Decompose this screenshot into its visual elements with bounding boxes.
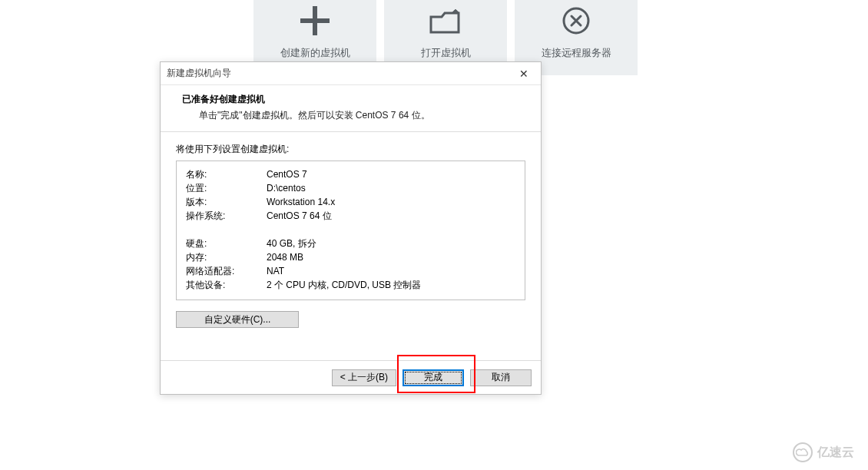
row-location-key: 位置:: [186, 181, 267, 195]
dialog-header-title: 已准备好创建虚拟机: [182, 93, 525, 106]
row-version: 版本:Workstation 14.x: [186, 195, 515, 209]
settings-summary-box: 名称:CentOS 7 位置:D:\centos 版本:Workstation …: [176, 161, 525, 300]
row-location-val: D:\centos: [267, 181, 515, 195]
row-version-val: Workstation 14.x: [267, 195, 515, 209]
tile-create-label: 创建新的虚拟机: [280, 46, 350, 60]
row-memory: 内存:2048 MB: [186, 250, 515, 264]
row-name-key: 名称:: [186, 167, 267, 181]
row-network: 网络适配器:NAT: [186, 264, 515, 278]
svg-rect-1: [300, 18, 330, 23]
watermark-text: 亿速云: [817, 445, 854, 461]
row-memory-key: 内存:: [186, 250, 267, 264]
row-disk: 硬盘:40 GB, 拆分: [186, 237, 515, 250]
dialog-titlebar: 新建虚拟机向导 ✕: [161, 62, 541, 85]
row-name-val: CentOS 7: [267, 167, 515, 181]
customize-hardware-button[interactable]: 自定义硬件(C)...: [176, 311, 299, 328]
row-disk-val: 40 GB, 拆分: [267, 237, 515, 250]
row-devices: 其他设备:2 个 CPU 内核, CD/DVD, USB 控制器: [186, 278, 515, 292]
settings-intro-label: 将使用下列设置创建虚拟机:: [161, 132, 541, 161]
new-vm-wizard-dialog: 新建虚拟机向导 ✕ 已准备好创建虚拟机 单击"完成"创建虚拟机。然后可以安装 C…: [160, 61, 542, 395]
dialog-footer: < 上一步(B) 完成 取消: [161, 360, 541, 394]
cancel-button[interactable]: 取消: [470, 369, 532, 386]
row-network-key: 网络适配器:: [186, 264, 267, 278]
tile-connect-label: 连接远程服务器: [542, 46, 611, 60]
close-icon[interactable]: ✕: [513, 65, 535, 82]
row-os: 操作系统:CentOS 7 64 位: [186, 209, 515, 223]
watermark: 亿速云: [793, 442, 854, 462]
row-disk-key: 硬盘:: [186, 237, 267, 250]
row-os-val: CentOS 7 64 位: [267, 209, 515, 223]
dialog-header-subtitle: 单击"完成"创建虚拟机。然后可以安装 CentOS 7 64 位。: [182, 109, 525, 122]
watermark-cloud-icon: [793, 442, 813, 462]
folder-open-icon: [429, 9, 462, 35]
dialog-header: 已准备好创建虚拟机 单击"完成"创建虚拟机。然后可以安装 CentOS 7 64…: [161, 85, 541, 131]
tile-open-label: 打开虚拟机: [421, 46, 471, 60]
row-memory-val: 2048 MB: [267, 250, 515, 264]
row-location: 位置:D:\centos: [186, 181, 515, 195]
row-network-val: NAT: [267, 264, 515, 278]
row-devices-val: 2 个 CPU 内核, CD/DVD, USB 控制器: [267, 278, 515, 292]
plus-icon: [300, 6, 330, 35]
connect-remote-icon: [562, 6, 591, 35]
dialog-title: 新建虚拟机向导: [167, 67, 231, 80]
row-devices-key: 其他设备:: [186, 278, 267, 292]
row-name: 名称:CentOS 7: [186, 167, 515, 181]
back-button[interactable]: < 上一步(B): [332, 369, 396, 386]
row-os-key: 操作系统:: [186, 209, 267, 223]
row-version-key: 版本:: [186, 195, 267, 209]
finish-button[interactable]: 完成: [403, 369, 464, 386]
